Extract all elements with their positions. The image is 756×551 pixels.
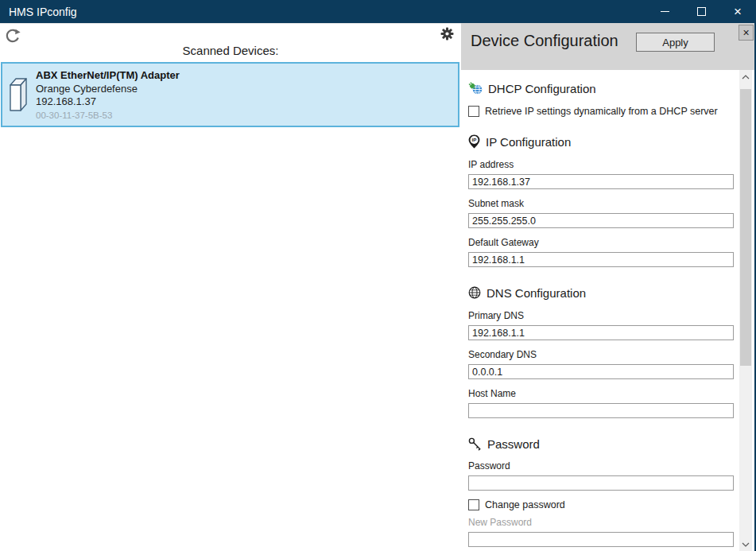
default-gateway-input[interactable] <box>468 252 734 267</box>
config-scrollbar[interactable] <box>739 70 752 551</box>
password-label: Password <box>468 460 734 471</box>
window-title: HMS IPconfig <box>0 6 77 18</box>
ip-heading-label: IP Configuration <box>486 135 571 149</box>
globe-icon <box>468 286 481 299</box>
subnet-mask-input[interactable] <box>468 213 734 228</box>
change-password-checkbox[interactable] <box>468 499 479 510</box>
host-name-field: Host Name <box>468 388 734 418</box>
password-section-heading: Password <box>468 436 734 452</box>
device-name: ABX EtherNet/IP(TM) Adapter <box>36 69 180 83</box>
panel-close-button[interactable]: × <box>739 25 754 41</box>
password-field: Password <box>468 460 734 491</box>
secondary-dns-input[interactable] <box>468 364 734 379</box>
minimize-icon <box>661 11 669 12</box>
dhcp-section-heading: DHCP Configuration <box>468 80 734 96</box>
device-mac: 00-30-11-37-5B-53 <box>36 109 180 122</box>
primary-dns-label: Primary DNS <box>468 310 734 321</box>
primary-dns-field: Primary DNS <box>468 310 734 340</box>
password-input[interactable] <box>468 475 734 491</box>
host-name-label: Host Name <box>468 388 734 399</box>
refresh-icon <box>4 27 21 45</box>
device-vendor: Orange Cyberdefense <box>36 83 180 96</box>
dhcp-heading-label: DHCP Configuration <box>488 82 596 95</box>
key-icon <box>468 437 482 451</box>
dhcp-icon <box>468 82 483 95</box>
ip-address-input[interactable] <box>468 174 734 189</box>
new-password-input[interactable] <box>468 532 734 547</box>
device-configuration-panel: Device Configuration Apply × DHCP C <box>461 23 756 551</box>
change-password-label[interactable]: Change password <box>485 499 565 510</box>
caption-buttons: × <box>646 0 756 23</box>
default-gateway-label: Default Gateway <box>468 237 734 248</box>
dhcp-checkbox-label[interactable]: Retrieve IP settings dynamically from a … <box>485 106 718 117</box>
scanned-devices-heading: Scanned Devices: <box>0 44 461 57</box>
config-panel-title: Device Configuration <box>471 32 618 50</box>
device-ip: 192.168.1.37 <box>36 95 180 109</box>
ip-address-field: IP address <box>468 159 734 189</box>
chevron-up-icon <box>742 75 750 80</box>
secondary-dns-field: Secondary DNS <box>468 349 734 379</box>
new-password-label: New Password <box>468 517 734 528</box>
subnet-mask-label: Subnet mask <box>468 198 734 209</box>
config-header: Device Configuration Apply × <box>461 23 756 70</box>
subnet-mask-field: Subnet mask <box>468 198 734 228</box>
maximize-icon <box>697 7 706 16</box>
minimize-button[interactable] <box>646 0 683 23</box>
new-password-field: New Password <box>468 517 734 547</box>
scrollbar-thumb[interactable] <box>740 89 751 366</box>
scroll-down-button[interactable] <box>739 537 752 551</box>
dns-heading-label: DNS Configuration <box>487 286 586 300</box>
settings-button[interactable] <box>440 27 454 41</box>
device-list-item[interactable]: ABX EtherNet/IP(TM) Adapter Orange Cyber… <box>1 62 459 127</box>
panel-close-icon: × <box>742 26 749 39</box>
close-button[interactable]: × <box>719 0 756 23</box>
secondary-dns-label: Secondary DNS <box>468 349 734 360</box>
dns-section-heading: DNS Configuration <box>468 285 734 301</box>
device-icon <box>2 64 36 126</box>
host-name-input[interactable] <box>468 403 734 418</box>
svg-text:IP: IP <box>472 137 477 142</box>
ip-pin-icon: IP <box>468 134 480 149</box>
primary-dns-input[interactable] <box>468 325 734 340</box>
dhcp-checkbox[interactable] <box>468 106 479 117</box>
scroll-up-button[interactable] <box>739 70 752 83</box>
config-content: DHCP Configuration Retrieve IP settings … <box>461 70 739 551</box>
close-icon: × <box>734 5 742 18</box>
default-gateway-field: Default Gateway <box>468 237 734 267</box>
scanned-devices-panel: Scanned Devices: ABX EtherNet/IP(TM) Ada… <box>0 23 461 551</box>
titlebar: HMS IPconfig × <box>0 0 756 23</box>
ip-address-label: IP address <box>468 159 734 170</box>
password-heading-label: Password <box>487 437 540 451</box>
chevron-down-icon <box>742 542 750 547</box>
refresh-button[interactable] <box>4 27 21 45</box>
apply-button[interactable]: Apply <box>636 33 715 52</box>
device-info: ABX EtherNet/IP(TM) Adapter Orange Cyber… <box>36 64 180 126</box>
ip-section-heading: IP IP Configuration <box>468 134 734 149</box>
change-password-row: Change password <box>468 499 734 510</box>
dhcp-checkbox-row: Retrieve IP settings dynamically from a … <box>468 105 734 117</box>
maximize-button[interactable] <box>683 0 719 23</box>
gear-icon <box>440 27 454 41</box>
